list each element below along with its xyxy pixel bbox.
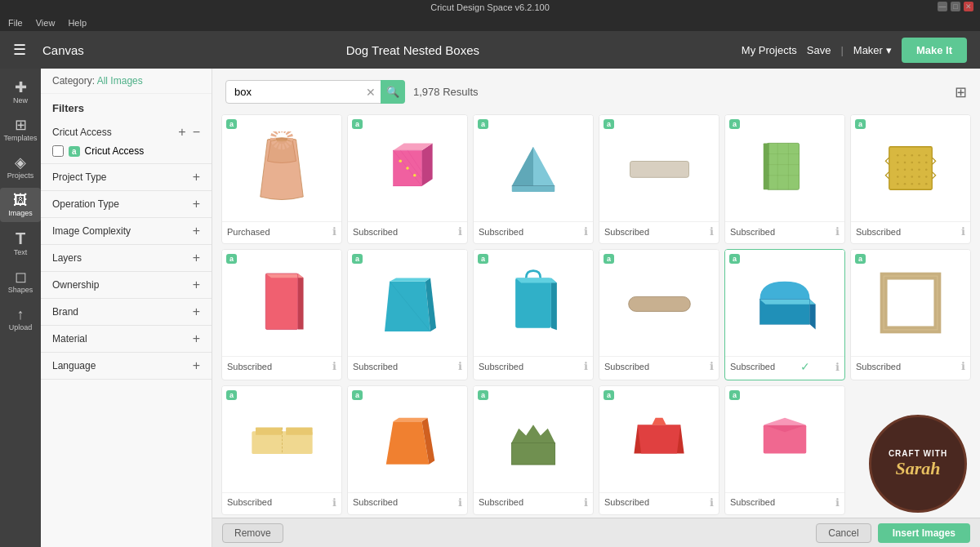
card-image-14	[348, 386, 467, 492]
project-type-add-icon[interactable]: +	[193, 171, 200, 184]
maximize-btn[interactable]: □	[951, 2, 960, 11]
toolbar-shapes[interactable]: ◻ Shapes	[0, 265, 41, 299]
card-info-10[interactable]: ℹ	[710, 360, 714, 372]
card-info-12[interactable]: ℹ	[961, 360, 965, 372]
card-image-5	[725, 115, 844, 221]
card-info-14[interactable]: ℹ	[458, 496, 462, 509]
close-btn[interactable]: ✕	[964, 2, 973, 11]
card-info-4[interactable]: ℹ	[710, 225, 714, 238]
remove-button[interactable]: Remove	[222, 523, 283, 543]
main-content: ✕ 🔍 1,978 Results ⊞ a	[212, 69, 980, 547]
image-card-17[interactable]: a Subscribed ℹ	[724, 385, 845, 515]
cancel-button[interactable]: Cancel	[816, 523, 871, 543]
cricut-access-add-icon[interactable]: +	[178, 126, 185, 139]
filter-cricut-access-header[interactable]: Cricut Access + −	[52, 126, 200, 139]
card-footer-3: Subscribed ℹ	[474, 221, 593, 241]
image-card-1[interactable]: a Purchased ℹ	[221, 114, 342, 244]
card-check-11: ✓	[800, 360, 810, 373]
my-projects-link[interactable]: My Projects	[742, 44, 797, 56]
image-card-9[interactable]: a Subscribed ℹ	[473, 249, 594, 380]
image-card-16[interactable]: a Subscribed ℹ	[599, 385, 719, 515]
insert-images-button[interactable]: Insert Images	[878, 523, 970, 543]
grid-toggle-icon[interactable]: ⊞	[955, 83, 967, 101]
card-footer-4: Subscribed ℹ	[599, 221, 719, 241]
maker-dropdown[interactable]: Maker ▾	[853, 44, 892, 56]
menu-file[interactable]: File	[8, 18, 23, 28]
card-info-15[interactable]: ℹ	[584, 496, 588, 509]
image-card-2[interactable]: a	[347, 114, 468, 244]
minimize-btn[interactable]: —	[938, 2, 947, 11]
card-info-3[interactable]: ℹ	[584, 225, 588, 238]
filter-project-type-header[interactable]: Project Type +	[52, 171, 200, 184]
svg-point-9	[406, 167, 409, 170]
card-label-13: Subscribed	[227, 497, 272, 507]
card-info-7[interactable]: ℹ	[332, 360, 336, 372]
operation-type-add-icon[interactable]: +	[193, 198, 200, 211]
card-info-9[interactable]: ℹ	[584, 360, 588, 372]
card-image-16	[599, 386, 719, 492]
image-card-5[interactable]: a Subscribed ℹ	[724, 114, 845, 244]
filter-ownership-header[interactable]: Ownership +	[52, 278, 200, 291]
svg-point-27	[897, 154, 899, 157]
svg-point-43	[904, 176, 906, 178]
cricut-access-minus-icon[interactable]: −	[193, 126, 200, 139]
card-info-13[interactable]: ℹ	[332, 496, 336, 509]
svg-point-45	[918, 176, 920, 178]
material-add-icon[interactable]: +	[193, 332, 200, 345]
card-info-6[interactable]: ℹ	[961, 225, 965, 238]
search-clear-icon[interactable]: ✕	[366, 86, 376, 99]
card-badge-17: a	[729, 390, 740, 400]
toolbar-text[interactable]: T Text	[0, 225, 41, 261]
toolbar-upload[interactable]: ↑ Upload	[0, 302, 41, 336]
card-badge-11: a	[729, 254, 740, 264]
language-add-icon[interactable]: +	[193, 359, 200, 372]
card-info-2[interactable]: ℹ	[458, 225, 462, 238]
make-it-button[interactable]: Make It	[902, 38, 967, 63]
image-card-15[interactable]: a Subscribed ℹ	[473, 385, 594, 515]
filter-image-complexity-header[interactable]: Image Complexity +	[52, 225, 200, 238]
search-icon: 🔍	[386, 86, 399, 98]
brand-add-icon[interactable]: +	[193, 305, 200, 318]
cricut-access-checkbox[interactable]	[52, 145, 64, 157]
image-card-13[interactable]: a Subscribed ℹ	[221, 385, 342, 515]
card-info-11[interactable]: ℹ	[835, 361, 840, 373]
toolbar-templates[interactable]: ⊞ Templates	[0, 113, 41, 147]
menu-view[interactable]: View	[36, 18, 56, 28]
image-card-14[interactable]: a Subscribed ℹ	[347, 385, 468, 515]
filter-layers-header[interactable]: Layers +	[52, 251, 200, 265]
image-card-6[interactable]: a	[850, 114, 971, 244]
save-link[interactable]: Save	[807, 44, 831, 56]
card-info-17[interactable]: ℹ	[835, 496, 840, 509]
filter-language-header[interactable]: Language +	[52, 359, 200, 372]
card-info-16[interactable]: ℹ	[710, 496, 714, 509]
card-info-1[interactable]: ℹ	[332, 225, 336, 238]
card-footer-17: Subscribed ℹ	[725, 492, 844, 512]
filter-material-header[interactable]: Material +	[52, 332, 200, 345]
image-card-3[interactable]: a Subscribed ℹ	[473, 114, 594, 244]
toolbar-projects[interactable]: ◈ Projects	[0, 150, 41, 185]
card-image-15	[474, 386, 593, 492]
menu-help[interactable]: Help	[68, 18, 87, 28]
layers-add-icon[interactable]: +	[193, 251, 200, 265]
image-card-7[interactable]: a Subscribed ℹ	[221, 249, 342, 380]
toolbar-new[interactable]: ✚ New	[0, 75, 41, 109]
image-card-8[interactable]: a Subscribed ℹ	[347, 249, 468, 380]
search-input[interactable]	[225, 80, 405, 104]
category-value-link[interactable]: All Images	[97, 75, 143, 87]
card-info-5[interactable]: ℹ	[835, 225, 840, 238]
svg-point-39	[911, 168, 913, 171]
filter-section-brand: Brand +	[41, 299, 212, 326]
image-card-10[interactable]: a Subscribed ℹ	[599, 249, 719, 380]
filter-brand-header[interactable]: Brand +	[52, 305, 200, 318]
hamburger-icon[interactable]: ☰	[13, 41, 26, 59]
image-card-4[interactable]: a Subscribed ℹ	[599, 114, 719, 244]
search-button[interactable]: 🔍	[381, 80, 405, 104]
image-complexity-add-icon[interactable]: +	[193, 225, 200, 238]
toolbar-images[interactable]: 🖼 Images	[0, 188, 41, 222]
image-card-11[interactable]: a Subscribed ✓ ℹ	[724, 249, 845, 380]
image-card-12[interactable]: a Subscribed ℹ	[850, 249, 971, 380]
filter-operation-type-header[interactable]: Operation Type +	[52, 198, 200, 211]
card-info-8[interactable]: ℹ	[458, 360, 462, 372]
ownership-add-icon[interactable]: +	[193, 278, 200, 291]
search-wrapper: ✕ 🔍	[225, 80, 405, 104]
